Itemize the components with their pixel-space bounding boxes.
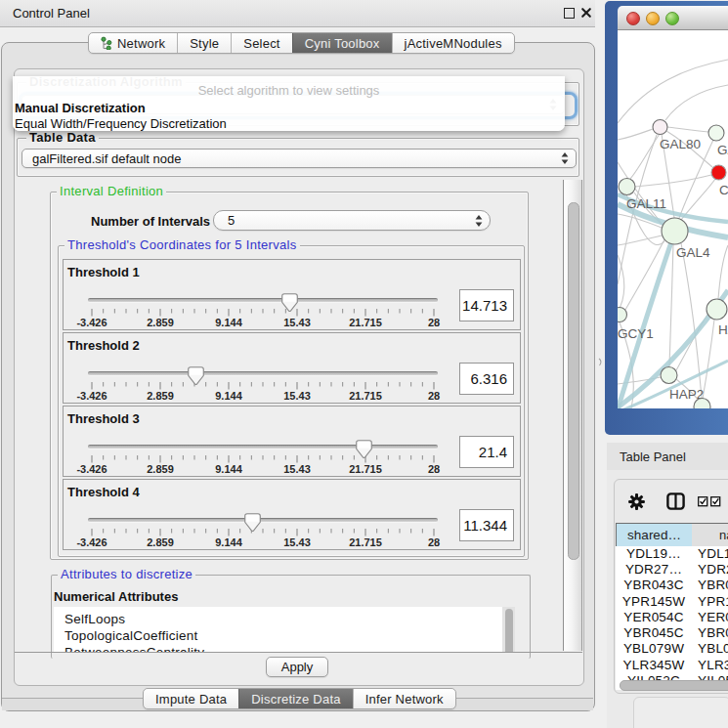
slider-scale-label: 21.715 bbox=[336, 390, 395, 402]
tab-label: Discretize Data bbox=[251, 692, 340, 707]
grip-mark-icon bbox=[597, 358, 605, 367]
slider-thumb[interactable] bbox=[356, 440, 372, 459]
table-cell-shared-name[interactable]: YDR27… bbox=[616, 562, 692, 577]
content-scrollbar-thumb[interactable] bbox=[568, 202, 579, 560]
threshold-value-field[interactable]: 6.316 bbox=[459, 363, 514, 395]
checkbox-select-all-icon[interactable] bbox=[710, 496, 721, 507]
graph-node[interactable] bbox=[711, 165, 726, 180]
interval-definition-group-title: Interval Definition bbox=[57, 185, 166, 198]
slider-thumb[interactable] bbox=[188, 366, 204, 386]
slider-scale-label: 28 bbox=[405, 536, 463, 548]
table-cell-name[interactable]: YPR14 bbox=[698, 594, 728, 609]
tab-impute-data[interactable]: Impute Data bbox=[144, 689, 238, 708]
content-vertical-scrollbar[interactable] bbox=[563, 180, 582, 651]
table-horizontal-scrollbar[interactable] bbox=[616, 678, 728, 690]
graph-node[interactable] bbox=[662, 218, 688, 244]
checkbox-select-icon[interactable] bbox=[698, 496, 708, 507]
graph-node-label: HA bbox=[718, 322, 728, 337]
graph-node[interactable] bbox=[618, 308, 627, 322]
graph-node[interactable] bbox=[653, 120, 667, 135]
graph-node-label: GAL80 bbox=[660, 137, 701, 151]
threshold-value-field[interactable]: 21.4 bbox=[459, 436, 514, 468]
close-icon[interactable] bbox=[580, 7, 592, 19]
network-canvas[interactable]: GAL80GACYGAL11GAL4GCY1HAHAP2 bbox=[618, 30, 728, 408]
table-cell-shared-name[interactable]: YPR145W bbox=[616, 594, 692, 609]
attribute-list-item[interactable]: SelfLoops bbox=[54, 611, 502, 627]
graph-node[interactable] bbox=[619, 179, 635, 195]
slider-thumb[interactable] bbox=[281, 293, 298, 313]
attributes-scrollbar-thumb[interactable] bbox=[505, 609, 513, 652]
lower-panel-edge bbox=[633, 697, 728, 728]
table-cell-name[interactable]: YDR27 bbox=[698, 562, 728, 577]
table-hscrollbar-thumb[interactable] bbox=[620, 680, 728, 692]
tab-infer-network[interactable]: Infer Network bbox=[353, 689, 455, 708]
slider-scale-label: -3.426 bbox=[63, 463, 121, 475]
numerical-attributes-list[interactable]: SelfLoopsTopologicalCoefficientBetweenne… bbox=[54, 607, 502, 653]
control-panel-titlebar: Control Panel bbox=[0, 0, 595, 27]
algorithm-option[interactable]: Manual Discretization bbox=[15, 101, 146, 115]
threshold-value-field[interactable]: 14.713 bbox=[459, 289, 514, 321]
zoom-traffic-light[interactable] bbox=[665, 12, 679, 25]
threshold-label: Threshold 3 bbox=[67, 411, 140, 426]
graph-node-label: GCY1 bbox=[618, 326, 654, 341]
graph-node[interactable] bbox=[708, 125, 724, 141]
graph-node[interactable] bbox=[707, 299, 727, 320]
table-cell-shared-name[interactable]: YBL079W bbox=[616, 641, 692, 656]
table-cell-shared-name[interactable]: YBR045C bbox=[616, 625, 692, 640]
table-cell-shared-name[interactable]: YBR043C bbox=[616, 578, 692, 592]
slider-thumb[interactable] bbox=[244, 513, 261, 533]
slider-track[interactable] bbox=[88, 445, 438, 450]
table-cell-shared-name[interactable]: YDL19… bbox=[616, 546, 692, 561]
algorithm-placeholder-item[interactable]: Select algorithm to view settings bbox=[13, 83, 565, 98]
slider-track[interactable] bbox=[88, 518, 438, 523]
tab-label: Impute Data bbox=[155, 692, 227, 707]
graph-node-label: CY bbox=[719, 183, 728, 197]
threshold-value-field[interactable]: 11.344 bbox=[459, 509, 514, 541]
table-cell-name[interactable]: YDL19 bbox=[698, 546, 728, 561]
tab-style[interactable]: Style bbox=[177, 33, 231, 53]
number-of-intervals-label: Number of Intervals bbox=[91, 214, 203, 229]
tab-select[interactable]: Select bbox=[231, 33, 291, 53]
slider-track[interactable] bbox=[88, 298, 438, 303]
graph-node-label: GA bbox=[717, 143, 728, 157]
minimize-traffic-light[interactable] bbox=[646, 12, 660, 25]
graph-node[interactable] bbox=[661, 367, 677, 384]
algorithm-dropdown-popup: Select algorithm to view settings Manual… bbox=[13, 76, 565, 131]
cyni-mode-tabs: Impute DataDiscretize DataInfer Network bbox=[143, 688, 456, 709]
tab-network[interactable]: Network bbox=[89, 33, 177, 53]
close-traffic-light[interactable] bbox=[626, 12, 640, 25]
slider-track[interactable] bbox=[88, 371, 438, 376]
apply-button[interactable]: Apply bbox=[266, 657, 328, 677]
threshold-label: Threshold 1 bbox=[67, 265, 140, 279]
threshold-label: Threshold 4 bbox=[67, 485, 140, 499]
network-graph: GAL80GACYGAL11GAL4GCY1HAHAP2 bbox=[618, 30, 728, 408]
table-cell-name[interactable]: YBR04 bbox=[698, 625, 728, 640]
threshold-block: Threshold 1 14.713 -3.4262.8599.14415.43… bbox=[63, 259, 521, 330]
table-cell-shared-name[interactable]: YER054C bbox=[616, 610, 692, 624]
split-columns-icon[interactable] bbox=[666, 492, 685, 510]
gear-icon[interactable] bbox=[628, 493, 645, 510]
algorithm-option[interactable]: Equal Width/Frequency Discretization bbox=[15, 116, 227, 131]
table-cell-name[interactable]: YLR34 bbox=[698, 658, 728, 672]
table-cell-shared-name[interactable]: YLR345W bbox=[616, 658, 692, 672]
tab-label: Select bbox=[243, 36, 279, 51]
threshold-label: Threshold 2 bbox=[67, 338, 140, 353]
table-cell-name[interactable]: YER05 bbox=[698, 610, 728, 624]
tab-jactivemnodules[interactable]: jActiveMNodules bbox=[392, 33, 514, 53]
table-column-header-shared-name[interactable]: shared… bbox=[616, 523, 693, 547]
slider-scale-label: 15.43 bbox=[268, 463, 326, 475]
table-column-header-name[interactable]: na bbox=[692, 523, 728, 547]
number-of-intervals-combobox[interactable]: 5 bbox=[213, 210, 491, 231]
attribute-list-item[interactable]: TopologicalCoefficient bbox=[54, 627, 502, 644]
table-cell-name[interactable]: YBL07 bbox=[698, 641, 728, 656]
attributes-list-scrollbar[interactable] bbox=[502, 607, 515, 652]
tab-discretize-data[interactable]: Discretize Data bbox=[238, 689, 352, 708]
float-window-icon[interactable] bbox=[564, 8, 575, 19]
control-panel-tabs: NetworkStyleSelectCyni ToolboxjActiveMNo… bbox=[88, 32, 515, 54]
table-data-group-title: Table Data bbox=[26, 131, 99, 145]
slider-scale-label: -3.426 bbox=[63, 390, 121, 402]
tab-cyni-toolbox[interactable]: Cyni Toolbox bbox=[292, 33, 392, 53]
table-data-combobox[interactable]: galFiltered.sif default node bbox=[21, 149, 577, 168]
table-cell-name[interactable]: YBR04 bbox=[698, 578, 728, 592]
slider-scale-label: 2.859 bbox=[131, 536, 190, 548]
